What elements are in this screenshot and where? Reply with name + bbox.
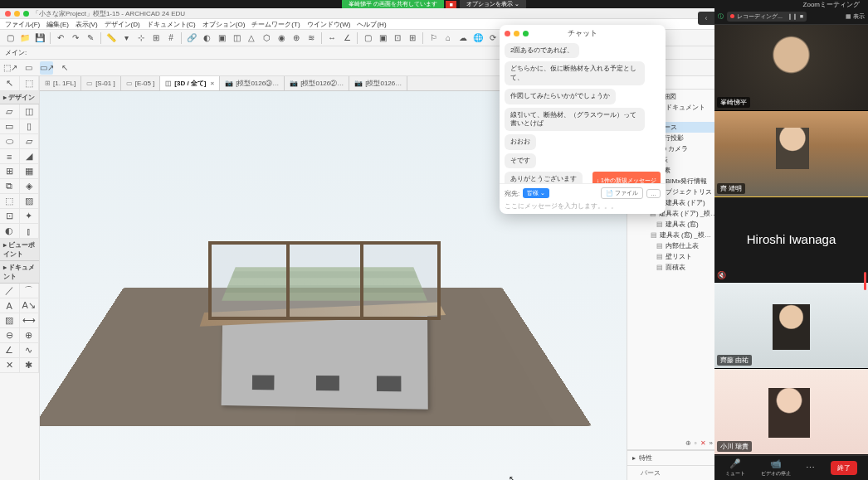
close-window-icon[interactable] [5, 11, 11, 17]
end-meeting-button[interactable]: 終了 [831, 461, 857, 475]
nav-settings-icon[interactable]: » [710, 439, 713, 447]
menu-window[interactable]: ウインドウ(W) [307, 20, 351, 29]
globe-icon[interactable]: 🌐 [471, 32, 485, 45]
select-mode-icon[interactable]: ▭↗ [40, 61, 53, 75]
marquee-icon[interactable]: ▭ [22, 61, 35, 75]
tool-e-icon[interactable]: ⬡ [260, 32, 273, 45]
participant-tile[interactable]: 小川 瑞貴 [714, 369, 868, 455]
menu-design[interactable]: デザイン(D) [105, 20, 140, 29]
document-section[interactable]: ▸ ドキュメント [0, 261, 39, 284]
guide-icon[interactable]: ⊹ [134, 32, 148, 45]
attach-file-button[interactable]: 📄 ファイル [601, 187, 643, 199]
chat-messages[interactable]: 2面あるのであれば、どちらかに、仮に断熱材を入れる予定として、作図してみたらいか… [500, 41, 666, 183]
level-tool-icon[interactable]: ⊖ [0, 328, 20, 343]
gallery-layout-button[interactable]: ▦ 表示 [846, 12, 865, 21]
tool-h-icon[interactable]: ≋ [305, 32, 318, 45]
pause-recording-icon[interactable]: ❙❙ [788, 13, 797, 20]
grid-icon[interactable]: ⊞ [149, 32, 163, 45]
chat-input[interactable]: ここにメッセージを入力します。。。 [505, 201, 661, 211]
view3-icon[interactable]: ⊡ [391, 32, 404, 45]
menu-teamwork[interactable]: チームワーク(T) [251, 20, 300, 29]
sync-icon[interactable]: ⟳ [486, 32, 500, 45]
undo-icon[interactable]: ↶ [54, 32, 67, 45]
slab-tool-icon[interactable]: ▱ [20, 134, 40, 149]
menu-edit[interactable]: 編集(E) [46, 20, 69, 29]
flag-icon[interactable]: ⚐ [427, 32, 440, 45]
view-tab[interactable]: 📷[模型0126②… [285, 76, 349, 90]
participant-tile[interactable]: 峯崎悌平 [714, 25, 868, 111]
snap-icon[interactable]: ▾ [119, 32, 133, 45]
skylight-tool-icon[interactable]: ▦ [20, 164, 40, 179]
dim-tool-icon[interactable]: ⟷ [20, 313, 40, 328]
tool-c-icon[interactable]: ◫ [230, 32, 243, 45]
view-tab[interactable]: 📷[模型0126③… [220, 76, 285, 90]
navigator-item[interactable]: ▤内部仕上表 [627, 240, 714, 251]
arrow-tool-icon[interactable]: ↖ [0, 76, 20, 91]
home-icon[interactable]: ⌂ [441, 32, 455, 45]
nav-new-icon[interactable]: ⊕ [685, 439, 691, 447]
design-section[interactable]: ▸ デザイン [0, 91, 39, 104]
angle-tool-icon[interactable]: ∠ [0, 343, 20, 358]
cloud-icon[interactable]: ☁ [456, 32, 470, 45]
lamp-tool-icon[interactable]: ✦ [20, 209, 40, 224]
navigator-item[interactable]: ▤建具表 (窓) [627, 219, 714, 230]
curtain-tool-icon[interactable]: ⧉ [0, 179, 20, 194]
ruler-icon[interactable]: 📏 [105, 32, 118, 45]
shell-tool-icon[interactable]: ⊞ [0, 164, 20, 179]
viewpoint-section[interactable]: ▸ ビューポイント [0, 239, 39, 261]
tool-d-icon[interactable]: △ [245, 32, 258, 45]
menu-options[interactable]: オプション(O) [202, 20, 246, 29]
chat-more-button[interactable]: … [646, 189, 661, 198]
roof-tool-icon[interactable]: ◢ [20, 149, 40, 164]
collapse-panel-icon[interactable]: ‹ [698, 12, 714, 25]
menu-view[interactable]: 表示(V) [76, 20, 98, 29]
close-tab-icon[interactable]: × [211, 80, 215, 87]
fill-tool-icon[interactable]: ▨ [0, 313, 20, 328]
save-icon[interactable]: 💾 [33, 32, 46, 45]
stop-share-button[interactable]: ■ [446, 1, 456, 8]
redo-icon[interactable]: ↷ [69, 32, 82, 45]
properties-section[interactable]: ▸ 特性 [627, 450, 714, 465]
marquee-tool-icon[interactable]: ⬚ [20, 76, 40, 91]
view-tab[interactable]: ◫[3D / 全て]× [160, 76, 220, 90]
view2-icon[interactable]: ▣ [376, 32, 389, 45]
view1-icon[interactable]: ▢ [361, 32, 374, 45]
view-tab[interactable]: 📷[模型0126… [349, 76, 407, 90]
menu-file[interactable]: ファイル(F) [5, 20, 40, 29]
door-tool-icon[interactable]: ◫ [20, 104, 40, 119]
navigator-item[interactable]: ▤面積表 [627, 262, 714, 273]
participant-tile[interactable]: 齊藤 由祐 [714, 283, 868, 369]
hotspot-tool-icon[interactable]: ✕ [0, 358, 20, 373]
tool-f-icon[interactable]: ◉ [275, 32, 288, 45]
zone-tool-icon[interactable]: ▨ [20, 194, 40, 209]
tool-b-icon[interactable]: ▣ [215, 32, 228, 45]
figure-tool-icon[interactable]: ✱ [20, 358, 40, 373]
line-tool-icon[interactable]: ／ [0, 284, 20, 298]
participant-tile[interactable]: 齊 靖明 [714, 111, 868, 197]
opening-tool-icon[interactable]: ◐ [0, 224, 20, 239]
new-icon[interactable]: ▢ [3, 32, 17, 45]
arc-tool-icon[interactable]: ⌒ [20, 284, 40, 298]
tool-a-icon[interactable]: ◐ [200, 32, 213, 45]
menu-help[interactable]: ヘルプ(H) [357, 20, 386, 29]
menu-document[interactable]: ドキュメント(C) [147, 20, 196, 29]
participants-button[interactable]: ⋯ [806, 463, 815, 473]
layer-icon[interactable]: # [164, 32, 178, 45]
participant-tile[interactable]: Hiroshi Iwanaga🔇 [714, 197, 868, 284]
nav-copy-icon[interactable]: ▫ [695, 439, 697, 447]
text-tool-icon[interactable]: A [0, 298, 20, 313]
spline-tool-icon[interactable]: ∿ [20, 343, 40, 358]
label-tool-icon[interactable]: A↘ [20, 298, 40, 313]
measure-icon[interactable]: ↔ [325, 32, 339, 45]
maximize-icon[interactable] [523, 31, 529, 36]
attach-icon[interactable]: 🔗 [185, 32, 198, 45]
new-message-button[interactable]: ↓ 1件の新規メッセージ [592, 172, 661, 183]
view4-icon[interactable]: ⊞ [406, 32, 419, 45]
radial-tool-icon[interactable]: ⊕ [20, 328, 40, 343]
open-icon[interactable]: 📁 [18, 32, 32, 45]
arrow-icon[interactable]: ↖ [58, 61, 71, 75]
mesh-tool-icon[interactable]: ⊡ [0, 209, 20, 224]
morph-tool-icon[interactable]: ◈ [20, 179, 40, 194]
minimize-icon[interactable] [514, 31, 519, 36]
object-tool-icon[interactable]: ⬚ [0, 194, 20, 209]
